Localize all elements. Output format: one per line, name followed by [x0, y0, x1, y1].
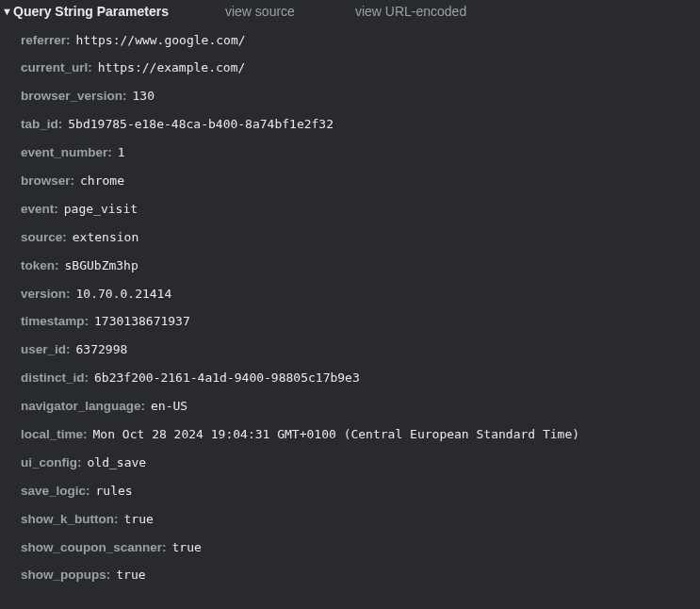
- param-value: true: [116, 567, 145, 584]
- param-row: navigator_language:en-US: [21, 393, 700, 421]
- param-row: user_id:6372998: [21, 337, 700, 365]
- param-row: browser:chrome: [21, 167, 700, 195]
- param-row: token:sBGUbZm3hp: [21, 252, 700, 280]
- param-key: user_id:: [21, 341, 71, 359]
- param-row: source:extension: [21, 223, 700, 252]
- section-header: ▼ Query String Parameters view source vi…: [0, 0, 700, 23]
- param-row: tab_id:5bd19785-e18e-48ca-b400-8a74bf1e2…: [21, 111, 700, 140]
- param-key: show_coupon_scanner:: [21, 539, 167, 557]
- param-key: navigator_language:: [21, 398, 145, 416]
- param-value: 1730138671937: [94, 313, 190, 330]
- param-value: 130: [133, 88, 155, 105]
- param-row: event_number:1: [21, 140, 700, 168]
- param-row: distinct_id:6b23f200-2161-4a1d-9400-9880…: [21, 365, 700, 393]
- param-key: tab_id:: [21, 116, 62, 134]
- param-value: Mon Oct 28 2024 19:04:31 GMT+0100 (Centr…: [93, 426, 580, 443]
- param-key: distinct_id:: [21, 370, 89, 387]
- param-key: show_k_button:: [21, 511, 119, 529]
- param-key: save_logic:: [21, 483, 90, 501]
- param-key: event:: [21, 201, 58, 219]
- section-title: Query String Parameters: [13, 4, 169, 19]
- param-value: en-US: [151, 398, 187, 415]
- param-value: 6372998: [76, 341, 128, 358]
- param-key: source:: [21, 229, 67, 247]
- param-value: 1: [118, 144, 125, 161]
- param-key: browser:: [21, 173, 74, 190]
- param-key: event_number:: [21, 144, 112, 162]
- param-value: 6b23f200-2161-4a1d-9400-98805c17b9e3: [94, 370, 360, 387]
- param-value: sBGUbZm3hp: [65, 257, 138, 274]
- param-row: local_time:Mon Oct 28 2024 19:04:31 GMT+…: [21, 420, 700, 449]
- param-key: local_time:: [21, 426, 88, 444]
- param-row: current_url:https://example.com/: [21, 55, 700, 83]
- param-row: ui_config:old_save: [21, 449, 700, 477]
- param-row: timestamp:1730138671937: [21, 308, 700, 337]
- param-value: old_save: [88, 454, 147, 471]
- param-value: extension: [73, 229, 138, 246]
- param-value: chrome: [80, 173, 124, 189]
- param-row: save_logic:rules: [21, 477, 700, 505]
- param-key: browser_version:: [21, 88, 127, 106]
- param-row: show_popups:true: [21, 562, 700, 590]
- param-key: ui_config:: [21, 454, 82, 472]
- param-key: show_popups:: [21, 567, 110, 584]
- param-row: version:10.70.0.21414: [21, 280, 700, 308]
- param-row: show_k_button:true: [21, 505, 700, 534]
- view-source-link[interactable]: view source: [225, 4, 295, 19]
- param-value: true: [124, 511, 154, 528]
- param-key: current_url:: [21, 59, 92, 77]
- param-key: referrer:: [21, 32, 71, 50]
- param-key: timestamp:: [21, 313, 89, 331]
- disclosure-triangle-icon[interactable]: ▼: [2, 6, 13, 17]
- param-value: 5bd19785-e18e-48ca-b400-8a74bf1e2f32: [68, 116, 334, 133]
- param-row: browser_version:130: [21, 83, 700, 111]
- param-value: page_visit: [64, 201, 138, 218]
- param-row: referrer:https://www.google.com/: [21, 26, 700, 55]
- param-value: https://example.com/: [98, 59, 246, 76]
- param-key: token:: [21, 257, 59, 275]
- param-value: 10.70.0.21414: [76, 286, 172, 303]
- param-row: event:page_visit: [21, 195, 700, 223]
- param-value: true: [172, 539, 202, 556]
- param-value: https://www.google.com/: [76, 32, 246, 49]
- params-list: referrer:https://www.google.com/current_…: [0, 23, 700, 590]
- param-value: rules: [96, 483, 133, 500]
- view-url-encoded-link[interactable]: view URL-encoded: [355, 4, 466, 19]
- param-row: show_coupon_scanner:true: [21, 534, 700, 562]
- param-key: version:: [21, 286, 71, 304]
